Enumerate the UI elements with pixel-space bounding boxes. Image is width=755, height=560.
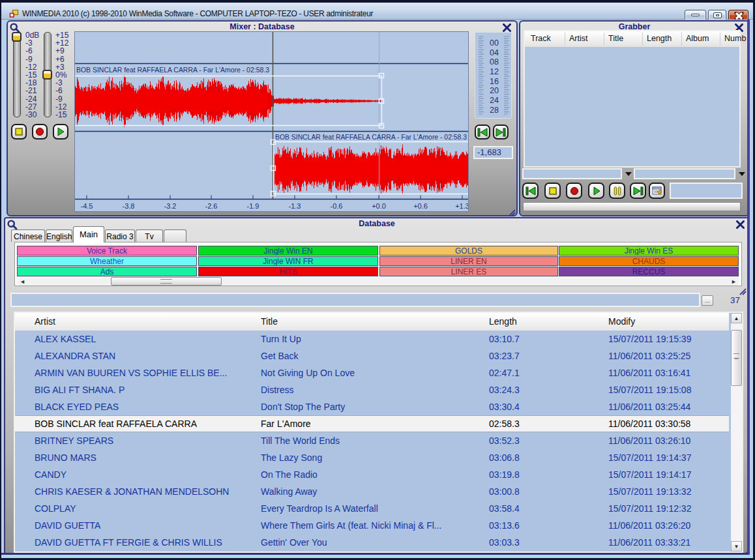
svg-text:-3.8: -3.8	[123, 202, 135, 210]
svg-text:+0.0: +0.0	[372, 202, 386, 210]
svg-text:-3.2: -3.2	[164, 202, 177, 210]
svg-text:-1.3: -1.3	[289, 202, 301, 210]
svg-text:-0.6: -0.6	[331, 202, 343, 210]
svg-text:-2.6: -2.6	[205, 202, 218, 210]
svg-text:-4.5: -4.5	[81, 202, 93, 210]
svg-text:BOB SINCLAR feat RAFFAELA CARR: BOB SINCLAR feat RAFFAELA CARRA - Far L'…	[275, 133, 467, 141]
svg-text:04: 04	[490, 48, 499, 57]
svg-text:00: 00	[490, 38, 499, 48]
svg-text:16: 16	[490, 77, 499, 86]
svg-text:24: 24	[490, 96, 499, 105]
svg-text:08: 08	[490, 57, 499, 66]
svg-text:28: 28	[490, 106, 499, 115]
svg-text:12: 12	[490, 67, 499, 76]
svg-text:20: 20	[490, 86, 499, 95]
svg-text:+0.6: +0.6	[413, 202, 428, 210]
svg-text:BOB SINCLAR feat RAFFAELA CARR: BOB SINCLAR feat RAFFAELA CARRA - Far L'…	[76, 66, 269, 74]
svg-text:+1.3: +1.3	[455, 202, 469, 210]
svg-text:-1.9: -1.9	[247, 202, 259, 210]
